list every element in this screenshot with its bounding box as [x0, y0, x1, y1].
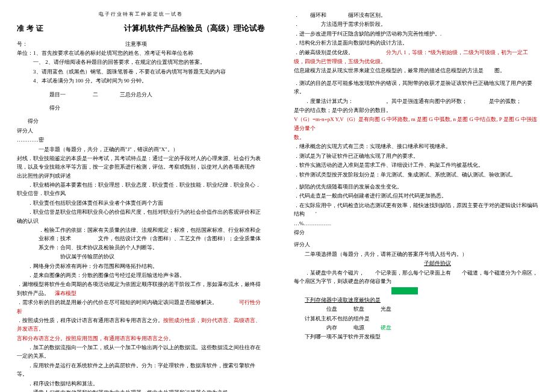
- seal-line: …………密: [17, 135, 265, 144]
- score-r: 得分: [294, 228, 542, 237]
- q1j-ans: 瀑布模型: [55, 290, 76, 296]
- instr-2: 3、请用蓝色（或黑色）钢笔、圆珠笔答卷，不要在试卷内填写与答题无关的内容: [17, 67, 265, 76]
- q2-5: 下列哪一项不属于软件开发模型: [294, 332, 542, 341]
- q1h: ．网络身分类标准有两种：分布范围和网络拓扑结构。: [17, 262, 265, 270]
- q1c: ．职业精神的基本要素包括：职业理想．职业态度．职业责任．职业技能．职业纪律．职业…: [17, 181, 265, 198]
- r1: ． 循环和 循环没有区别。: [294, 11, 542, 19]
- q1l: ．按照成分性质，程序设计语言有通用语言和专用语言之分。: [17, 317, 163, 323]
- q1o: ．程序设计数据结构和算法。: [17, 379, 265, 388]
- q2-3: 下列存储器中读取速度最快的是: [305, 297, 381, 303]
- q2-4: 计算机主机不包括的组件是: [294, 314, 542, 323]
- notice-label: 注意事项: [125, 41, 147, 47]
- r14: ．缺陷的优先级随着项目的发展会发生变化。: [294, 182, 542, 191]
- q2-4-ans: 硬盘: [381, 325, 391, 331]
- r8: ．度量法计算式为： 。其中是强连通有向图中的环数； 是中的弧数；: [294, 97, 542, 105]
- r7: ．测试的目的是尽可能多地发现软件的错误，其附带的收获才是验证该软件已正确地实现了…: [294, 79, 542, 96]
- q1-head: 一是非题（每题分，共分，正确的画"J"，错误的画"X"。）: [17, 145, 265, 154]
- r16: ．在实际应用中，代码检查比动态测试更有效率，能快速找到缺陷，原因主要在于对的逻辑…: [294, 201, 542, 219]
- r13: ．软件测试类型按开发阶段划分是：单元测试、集成测试、系统测试、确认测试、验收测试…: [294, 170, 542, 179]
- q2-1a: 子邮件协议: [424, 260, 451, 266]
- r5: ．的最高级别是优化级。: [294, 49, 353, 55]
- q2-2: ．某硬盘中共有个磁片， 个记录面，那么每个记录面上有 个磁道，每个磁道分为个扇区…: [294, 269, 542, 286]
- q1p: ．通常人们将内存储器和控制器称为中央处理器，将中央处理器和运算器合称为主机。: [17, 388, 265, 392]
- q2-head: 二单项选择题（每题分，共分，请将正确的答案序号填入括号内。）: [294, 250, 542, 258]
- r9-ans2: 数。: [294, 133, 542, 142]
- hao: 号：: [17, 41, 28, 47]
- q1b: 封线．职业技能鉴定的本质是一种考试，其考试特点是：通过一定的手段对人的心理来源、…: [17, 154, 265, 180]
- unit-line: 单位：1、首先按要求在试卷的标封处填写您的姓名、准考证号和单位名称: [17, 49, 265, 57]
- q1f: ．检验工作的依据：国家有关质量的法律、法规和规定；标准，包括国家标准、行业标准和…: [17, 226, 265, 252]
- q1g: 协议属于传输层的协议: [17, 252, 265, 261]
- main-title: 计算机软件产品检验员（高级）理论试卷: [124, 22, 265, 35]
- r9-ans: V（G）=m-n+pX Y,V（G）是有向图 G 中环路数, m 是图 G 中弧…: [294, 115, 542, 132]
- r11: ．测试是为了验证软件已正确地实现了用户的要求。: [294, 152, 542, 160]
- admit-card-label: 准考证: [17, 23, 46, 34]
- r3: ．进一步改进用于纠正隐含缺陷的维护活动称为完善性维护。.: [294, 30, 542, 38]
- r10: ．继承概念的实现方式有三类：实现继承、接口继承和可视继承。: [294, 142, 542, 151]
- r2: ． 方法适用于需求分析阶段。: [294, 20, 542, 28]
- r9: 是中的结点数；是中的分离部分的数目。: [294, 106, 542, 114]
- q1d: ．职业责任包括职业团体责任和从业者个体责任两个方面: [17, 199, 265, 207]
- scorer: 评分人: [17, 126, 265, 135]
- q1n: ．应用软件是运行在系统软件之上的高层软件。分为：字处理软件，数据库软件，搜索引擎…: [17, 361, 265, 379]
- score-row: 得分: [17, 104, 265, 112]
- table-head: 题目一 二 三总分总分人: [17, 90, 265, 99]
- r6: 信息建模方法是从现实世界来建立信息模型的，最常用的描述信息模型的方法是 图。: [294, 66, 542, 75]
- q2-3-opts: 位盘 软盘 光盘: [294, 305, 542, 313]
- r4: ．结构化分析方法是面向数据结构的设计方法。: [294, 39, 542, 47]
- q1e: ．职业信誉是职业信用和职业良心的价值和尺度，包括对职业行为的社会价值作出的客观评…: [17, 208, 265, 225]
- q1m: ．加工的数据流指向一个加工，或从一个加工中输出两个以上的数据流。这些数据流之间往…: [17, 343, 265, 361]
- r15: ．代码走查是一般由代码创建者进行测试,但其对代码更加熟悉。: [294, 191, 542, 200]
- scorer-r: 评分人: [294, 240, 542, 249]
- green-box-icon: [391, 287, 418, 294]
- q1l-ans2: 言和分布语言之分。按照应用范围，有通用语言和专用语言之分。: [17, 334, 265, 343]
- r5-ans: 分为八 1，等级：*级为初始级，二级为可级级，初为一定工: [386, 49, 528, 55]
- r12: ．软件实施活动的进入准则是需求工件、详细设计工件、构架工件均被基线化。: [294, 161, 542, 169]
- q1i: ．是来自图像的两类：分散的图像信号经过处理后输送给声卡器。: [17, 271, 265, 279]
- doc-header: 电子行业特有工种鉴定统一试卷: [17, 11, 265, 19]
- instr-1: 一、 2、请仔细阅读各种题目的回答要求，在规定的位置填写您的答案。: [17, 58, 265, 66]
- r5-ans2: 级，四级为已管理级，五级为优化级。: [294, 57, 542, 66]
- score-2: 得分: [17, 117, 265, 125]
- q1j: ．漏增模型将软件生命周期的各项活动规定为依固定顺序联接的若干阶段工作，形如瀑布流…: [17, 281, 261, 296]
- sep: …%……………: [294, 219, 542, 228]
- instr-3: 4、本试卷满分为 100 分。考试时间为 90 分钟。: [17, 76, 265, 85]
- q1k: ．需求分析的目的就是用最小的代价在尽可能短的时间内确定该问题是否能够解决。: [17, 299, 217, 305]
- q2-4-opts: 内存 电源: [326, 325, 364, 331]
